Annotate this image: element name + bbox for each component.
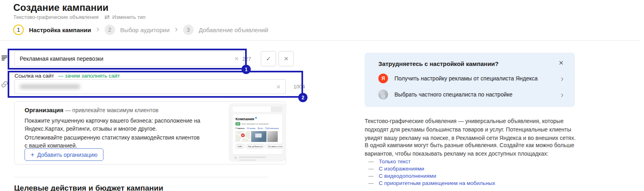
skeleton-lines [239,156,266,161]
preview-tab: Публикации [265,127,279,129]
private-specialist-item[interactable]: Выбрать частного специалиста по настройк… [378,90,564,99]
annotation-badge-1: 1 [242,65,251,74]
campaign-name-input[interactable] [15,55,229,62]
link-row: — С изображениями [368,166,495,172]
preview-photo-2 [267,131,278,142]
step-label: Настройка кампании [29,27,91,33]
preview-tab: Отзывы [247,127,256,129]
header-divider [0,40,640,41]
site-char-counter: 1004 [293,84,305,90]
page-title: Создание кампании [13,2,108,13]
name-char-counter: 227 [242,56,251,62]
clear-name-icon[interactable]: × [229,55,244,62]
yandex-logo-icon: Я [378,74,388,83]
link-row: — С видеодополнениями [368,173,495,179]
preview-tab: Главное [235,127,245,129]
organization-title-suffix: — привлекайте максимум клиентов [65,107,159,113]
preview-photos [235,131,279,142]
specialist-avatar [378,90,388,99]
ad-variant-links: — Только текст — С изображениями — С вид… [368,158,495,187]
organization-paragraph-1: Покажите улучшенную карточку вашего бизн… [25,117,202,133]
close-icon[interactable]: × [559,59,564,67]
preview-skeleton-row [234,156,266,161]
link-with-images[interactable]: С изображениями [379,166,424,172]
confirm-name-button[interactable]: ✓ [261,51,276,66]
chevron-right-icon: › [561,90,564,99]
preview-search-button [271,107,282,112]
step-label: Выбор аудитории [120,27,170,33]
dash-bullet: — [368,180,379,186]
rating-caption: Чем занимается компания [242,123,269,125]
preview-tabs: Главное Отзывы Фото Публикации [235,127,279,129]
link-chain-icon [1,80,8,88]
preview-tab: Фото [258,127,263,129]
rating-badge: 4,5 [235,122,240,125]
add-organization-label: Добавить организацию [37,152,97,158]
link-text-only[interactable]: Только текст [379,158,411,164]
change-type-label: Изменить тип [112,14,146,20]
close-icon: × [284,54,288,63]
step-label: Добавление объявлений [199,27,268,33]
cancel-name-button[interactable]: × [279,51,294,66]
preview-search-bar [233,107,282,112]
chevron-right-icon: › [175,25,178,34]
step-number: 2 [105,25,115,35]
step-audience[interactable]: 2 Выбор аудитории [105,25,170,35]
link-mobile-priority[interactable]: С приоритетным размещением на мобильных [379,180,495,186]
campaign-name-field[interactable]: × [14,51,244,66]
verified-badge-icon [255,117,257,119]
organization-title-text: Организация [25,107,64,113]
info-paragraph-2: В одной кампании могут быть разные объяв… [365,141,584,158]
dash-bullet: — [368,166,379,172]
dash-bullet: — [368,158,379,164]
help-panel-title: Затрудняетесь с настройкой кампании? [378,60,499,67]
link-row: — Только текст [368,158,495,164]
swap-arrows-icon [104,15,110,19]
campaign-creation-screen: Создание кампании Текстово-графические о… [0,0,644,191]
preview-rating-row: 4,5 Чем занимается компания [235,122,279,125]
chevron-right-icon: › [561,74,564,82]
site-url-label: Ссылка на сайт [14,73,54,79]
info-paragraph-1: Текстово-графические объявления — универ… [365,117,584,142]
preview-photo-1 [251,131,266,142]
organization-paragraph-2: Отслеживайте расширенную статистику взаи… [25,133,202,150]
yandex-specialist-label: Получить настройку рекламы от специалист… [394,75,554,82]
clear-site-icon[interactable]: × [271,83,285,90]
step-number: 3 [183,25,194,35]
private-specialist-label: Выбрать частного специалиста по настройк… [394,91,554,98]
campaign-name-list-icon [1,55,8,61]
section-divider [14,177,268,177]
site-url-redacted [20,84,80,89]
plus-icon: + [31,152,34,158]
chevron-right-icon: › [96,25,99,34]
add-organization-button[interactable]: + Добавить организацию [25,148,103,161]
preview-company-name: Компания [235,117,279,121]
change-type-link[interactable]: Изменить тип [104,14,146,20]
map-pin-icon [241,133,245,137]
setup-help-panel: Затрудняетесь с настройкой кампании? × Я… [365,53,575,107]
check-icon: ✓ [266,55,271,62]
annotation-badge-2: 2 [298,93,308,102]
step-ads[interactable]: 3 Добавление объявлений [183,25,268,35]
site-url-field[interactable]: × [14,79,286,94]
link-row: — С приоритетным размещением на мобильны… [368,180,495,186]
step-number: 1 [13,25,24,35]
campaign-type-row: Текстово-графические объявления Изменить… [13,14,145,20]
link-with-video[interactable]: С видеодополнениями [379,173,436,179]
preview-action-buttons: Сайт Как добраться Оставить отзыв [235,144,279,148]
organization-preview-image: Компания 4,5 Чем занимается компания Гла… [229,103,286,162]
preview-button: Как добраться [246,144,265,148]
preview-button: Сайт [235,144,245,148]
organization-title: Организация — привлекайте максимум клиен… [25,107,159,113]
why-fill-site-link[interactable]: — зачем заполнять сайт [58,73,120,79]
preview-map-thumbnail [235,131,250,142]
preview-button: Оставить отзыв [266,144,282,148]
site-url-label-row: Ссылка на сайт — зачем заполнять сайт [14,73,120,79]
campaign-type-label: Текстово-графические объявления [13,14,99,20]
yandex-specialist-item[interactable]: Я Получить настройку рекламы от специали… [378,74,564,83]
dash-bullet: — [368,173,379,179]
step-campaign-settings[interactable]: 1 Настройка кампании [13,25,91,35]
skeleton-dot [234,156,237,159]
organization-card: Организация — привлекайте максимум клиен… [14,101,286,164]
preview-company-card: Компания 4,5 Чем занимается компания Гла… [233,114,282,154]
